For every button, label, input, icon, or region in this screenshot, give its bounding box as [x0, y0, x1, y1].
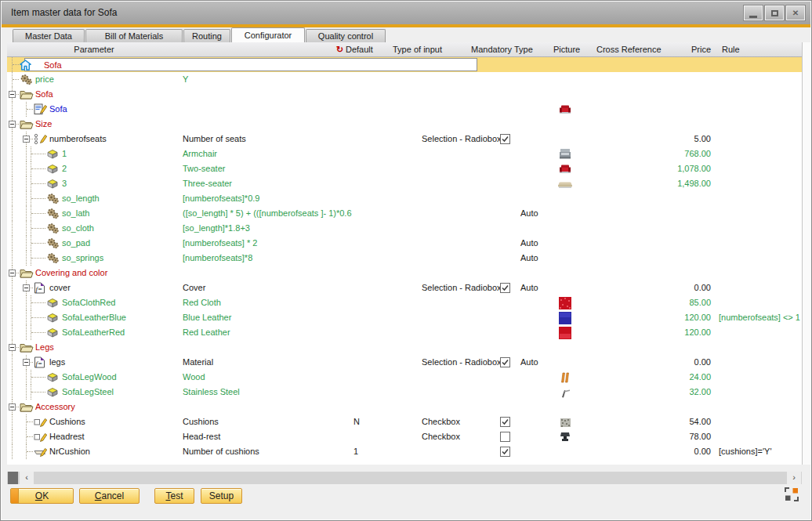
armchair-grey-picture	[553, 147, 577, 161]
formula-doc-icon: f=	[34, 282, 45, 294]
column-default[interactable]: Default	[346, 42, 373, 56]
expand-toggle[interactable]	[9, 121, 16, 128]
table-row[interactable]: f=coverCoverSelection - RadioboxAuto0.00	[7, 280, 802, 295]
table-row[interactable]: so_cloth[so_length]*1.8+3	[7, 221, 802, 236]
table-row[interactable]: SofaLegWoodWood24.00	[7, 370, 802, 385]
column-type-of-input[interactable]: Type of input	[393, 42, 442, 56]
parameter-name: so_cloth	[62, 221, 94, 236]
tree-guide	[26, 221, 27, 236]
column-picture[interactable]: Picture	[553, 42, 580, 56]
parameter-name: SofaClothRed	[62, 295, 116, 310]
price-value: 1,078.00	[626, 161, 711, 176]
cushion-picture	[553, 414, 577, 429]
parameter-name: Cushions	[49, 414, 85, 429]
tab-quality-control[interactable]: Quality control	[306, 29, 386, 42]
table-row[interactable]: 2Two-seater1,078.00	[7, 161, 802, 176]
table-row[interactable]: CushionsCushionsNCheckbox54.00	[7, 414, 802, 429]
table-row[interactable]: so_length[numberofseats]*0.9	[7, 191, 802, 206]
maximize-icon[interactable]	[765, 5, 784, 20]
column-rule[interactable]: Rule	[722, 42, 740, 56]
mandatory-checkbox[interactable]	[500, 447, 510, 457]
sofa-red-picture	[553, 102, 577, 117]
tree-guide	[31, 258, 45, 259]
tree-guide	[27, 422, 33, 422]
formula-doc-icon: f=	[34, 356, 45, 368]
expand-form-icon[interactable]	[785, 487, 799, 501]
expand-toggle[interactable]	[23, 136, 30, 143]
table-row[interactable]: Sofa	[7, 102, 802, 117]
expand-toggle[interactable]	[9, 403, 16, 411]
tree-guide	[26, 251, 27, 266]
table-row[interactable]: 1Armchair768.00	[7, 147, 802, 161]
type-value: Auto	[520, 251, 538, 266]
expand-toggle[interactable]	[9, 344, 16, 351]
mandatory-checkbox[interactable]	[500, 417, 510, 427]
parameter-edit-input[interactable]	[24, 58, 477, 71]
parameter-name: SofaLegWood	[62, 370, 117, 385]
type-of-input-value: Checkbox	[422, 429, 460, 444]
table-row[interactable]: SofaLeatherRedRed Leather120.00	[7, 325, 802, 340]
table-row[interactable]: so_lath([so_length] * 5) + (([numberofse…	[7, 206, 802, 221]
column-parameter[interactable]: Parameter	[7, 42, 181, 56]
mandatory-checkbox[interactable]	[500, 432, 510, 442]
table-row[interactable]: Legs	[7, 340, 802, 355]
table-row[interactable]: so_springs[numberofseats]*8Auto	[7, 251, 802, 266]
expand-toggle[interactable]	[23, 359, 30, 366]
table-row[interactable]: so_pad[numberofseats] * 2Auto	[7, 236, 802, 251]
tree-guide	[31, 392, 45, 393]
table-row[interactable]: f=legsMaterialSelection - RadioboxAuto0.…	[7, 355, 802, 370]
test-button[interactable]: Test	[154, 488, 194, 504]
cancel-button[interactable]: Cancel	[79, 488, 140, 504]
setup-button[interactable]: Setup	[201, 488, 242, 504]
doc-edit-icon	[34, 103, 47, 115]
table-row[interactable]: HeadrestHead-restCheckbox78.00	[7, 429, 802, 444]
tree-guide	[31, 183, 45, 184]
table-row[interactable]: Covering and color	[7, 266, 802, 280]
tree-guide	[26, 325, 27, 340]
table-row[interactable]: SofaLegSteelStainless Steel32.00	[7, 385, 802, 400]
home-icon	[20, 59, 31, 71]
expand-toggle[interactable]	[9, 91, 16, 98]
column-type[interactable]: Type	[514, 42, 533, 56]
tree-guide	[26, 236, 27, 251]
mandatory-checkbox[interactable]	[500, 134, 510, 144]
column-mandatory[interactable]: Mandatory	[471, 42, 512, 56]
table-row[interactable]: 3Three-seater1,498.00	[7, 176, 802, 191]
minimize-icon[interactable]	[744, 5, 763, 20]
splitter-handle[interactable]	[8, 472, 18, 484]
tree-guide	[12, 251, 13, 266]
mandatory-checkbox[interactable]	[500, 357, 510, 367]
tab-master-data[interactable]: Master Data	[13, 29, 85, 42]
sofa-red-picture	[553, 161, 577, 176]
table-row[interactable]: NrCushionNumber of cushions10.00[cushion…	[7, 444, 802, 459]
table-row[interactable]: SofaLeatherBlueBlue Leather120.00[number…	[7, 310, 802, 325]
mandatory-checkbox[interactable]	[500, 283, 510, 293]
scroll-right-icon[interactable]: ›	[787, 472, 801, 484]
tree-guide	[26, 161, 27, 176]
description-value: Number of cushions	[183, 444, 259, 459]
tab-bill-of-materials[interactable]: Bill of Materials	[85, 29, 183, 42]
table-row[interactable]: Accessory	[7, 400, 802, 414]
expand-toggle[interactable]	[23, 284, 30, 291]
parameter-name: SofaLeatherBlue	[62, 310, 126, 325]
vertical-scrollbar[interactable]	[802, 42, 810, 465]
parameter-name: SofaLeatherRed	[62, 325, 125, 340]
tree-guide	[13, 64, 19, 65]
table-row[interactable]: numberofseatsNumber of seatsSelection - …	[7, 132, 802, 147]
table-row[interactable]: Sofa	[7, 87, 802, 102]
expand-toggle[interactable]	[9, 270, 16, 277]
tab-routing[interactable]: Routing	[183, 29, 230, 42]
column-price[interactable]: Price	[626, 42, 711, 56]
gears-icon	[46, 193, 60, 204]
table-row[interactable]: Size	[7, 117, 802, 132]
horizontal-scrollbar[interactable]: ‹ ›	[7, 472, 802, 484]
table-row[interactable]: SofaClothRedRed Cloth85.00	[7, 295, 802, 310]
table-row[interactable]	[7, 57, 802, 72]
close-icon[interactable]: ✕	[786, 5, 805, 20]
box-icon	[46, 386, 59, 398]
tab-configurator[interactable]: Configurator	[231, 27, 305, 42]
scroll-left-icon[interactable]: ‹	[20, 472, 34, 484]
tree-guide	[26, 295, 27, 310]
table-row[interactable]: priceY	[7, 72, 802, 87]
ok-button[interactable]: OK	[10, 488, 74, 504]
